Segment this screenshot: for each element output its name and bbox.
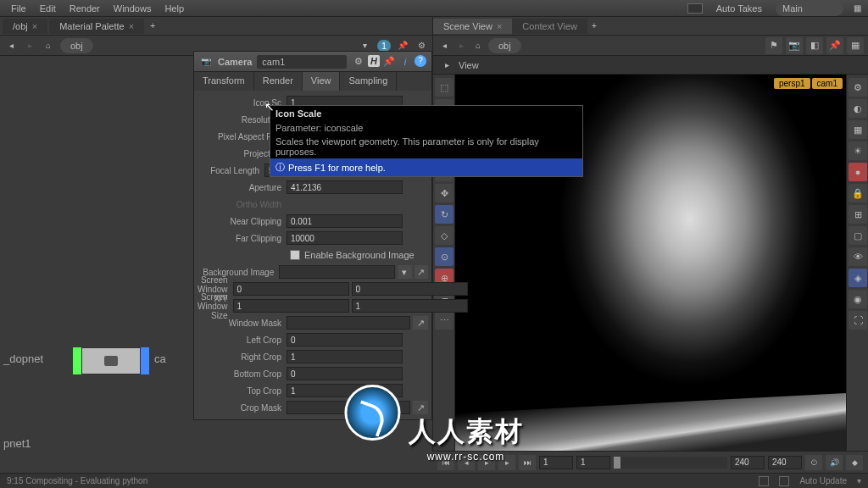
shading-icon[interactable]: ◐ bbox=[849, 99, 867, 118]
menu-help[interactable]: Help bbox=[158, 2, 191, 15]
scene-path-crumb[interactable]: obj bbox=[488, 38, 521, 53]
menu-windows[interactable]: Windows bbox=[107, 2, 159, 15]
input-left-crop[interactable] bbox=[287, 333, 403, 347]
flag-icon[interactable]: ⚑ bbox=[765, 37, 782, 54]
audio-icon[interactable]: 🔊 bbox=[826, 455, 843, 470]
info-icon[interactable]: i bbox=[398, 55, 412, 69]
grid-icon[interactable]: ⊞ bbox=[849, 205, 867, 224]
input-screen-w[interactable] bbox=[233, 299, 349, 313]
tab-sampling[interactable]: Sampling bbox=[340, 72, 397, 91]
next-frame-button[interactable]: ▸ bbox=[498, 455, 515, 470]
input-top-crop[interactable] bbox=[287, 384, 403, 397]
dropdown-icon[interactable]: ▾ bbox=[857, 476, 861, 485]
magnet-tool-icon[interactable]: ⊙ bbox=[435, 247, 453, 266]
display-options-icon[interactable]: ⚙ bbox=[849, 78, 867, 97]
close-icon[interactable]: × bbox=[497, 21, 502, 31]
range-start-field[interactable] bbox=[576, 456, 610, 469]
tab-render[interactable]: Render bbox=[254, 72, 303, 91]
auto-takes-checkbox[interactable] bbox=[687, 3, 703, 14]
take-selector[interactable]: Main bbox=[776, 1, 843, 16]
render-icon[interactable]: ● bbox=[849, 163, 867, 181]
close-icon[interactable]: × bbox=[32, 21, 37, 31]
sphere-icon[interactable]: ◉ bbox=[849, 290, 867, 308]
input-near-clip[interactable] bbox=[287, 214, 403, 228]
input-aperture[interactable] bbox=[287, 180, 403, 194]
input-screen-x[interactable] bbox=[233, 282, 349, 296]
gear-icon[interactable]: ⚙ bbox=[352, 55, 365, 69]
input-right-crop[interactable] bbox=[287, 350, 403, 363]
play-button[interactable]: ▸ bbox=[478, 455, 495, 470]
camera-lock-icon[interactable]: 🔒 bbox=[849, 184, 867, 202]
end-frame-field[interactable] bbox=[768, 456, 802, 469]
checkbox-2[interactable] bbox=[779, 476, 789, 486]
timeline-track[interactable] bbox=[614, 457, 727, 469]
tab-view[interactable]: View bbox=[303, 72, 341, 91]
pin-icon[interactable]: 📌 bbox=[826, 37, 843, 54]
input-screen-y[interactable] bbox=[352, 282, 468, 296]
cam-badge-persp[interactable]: persp1 bbox=[774, 78, 810, 89]
material-palette-tab[interactable]: Material Palette× bbox=[49, 19, 144, 34]
tooltip-title: Icon Scale bbox=[270, 106, 582, 121]
bg-icon[interactable]: ▢ bbox=[849, 226, 867, 245]
rotate-tool-icon[interactable]: ↻ bbox=[435, 205, 453, 224]
menu-file[interactable]: File bbox=[4, 2, 33, 15]
help-icon[interactable]: ? bbox=[415, 55, 426, 67]
layout-icon[interactable]: ▦ bbox=[847, 37, 864, 54]
last-frame-button[interactable]: ⏭ bbox=[519, 455, 536, 470]
triangle-icon[interactable]: ▸ bbox=[440, 58, 453, 72]
first-frame-button[interactable]: ⏮ bbox=[437, 455, 454, 470]
auto-update-label[interactable]: Auto Update bbox=[799, 476, 847, 485]
input-far-clip[interactable] bbox=[287, 231, 403, 245]
input-bottom-crop[interactable] bbox=[287, 367, 403, 380]
tab-scene-view[interactable]: Scene View× bbox=[433, 19, 512, 34]
input-crop-mask[interactable] bbox=[287, 401, 410, 414]
checkbox-enable-bg[interactable] bbox=[290, 250, 300, 260]
input-window-mask[interactable] bbox=[287, 316, 410, 330]
cube-icon[interactable]: ◧ bbox=[806, 37, 823, 54]
layout-icon[interactable]: ▦ bbox=[850, 2, 864, 15]
pin-icon[interactable]: 📌 bbox=[382, 55, 396, 69]
file-picker-icon[interactable]: ↗ bbox=[415, 265, 428, 279]
node-name-field[interactable]: cam1 bbox=[257, 55, 347, 69]
input-bg-image[interactable] bbox=[279, 265, 395, 279]
h-badge-icon[interactable]: H bbox=[368, 55, 380, 67]
realtime-icon[interactable]: ⏲ bbox=[805, 455, 822, 470]
key-icon[interactable]: ◆ bbox=[846, 455, 863, 470]
path-crumb-obj[interactable]: obj bbox=[60, 38, 93, 53]
node-camera[interactable] bbox=[73, 347, 149, 374]
op-picker-icon[interactable]: ↗ bbox=[413, 316, 428, 330]
start-frame-field[interactable] bbox=[539, 456, 573, 469]
tab-transform[interactable]: Transform bbox=[194, 72, 254, 91]
cam-badge-cam1[interactable]: cam1 bbox=[812, 78, 843, 89]
select-tool-icon[interactable]: ⬚ bbox=[435, 78, 453, 97]
menu-render[interactable]: Render bbox=[63, 2, 107, 15]
tab-context-view[interactable]: Context View bbox=[512, 19, 587, 34]
move-tool-icon[interactable]: ✥ bbox=[435, 184, 453, 202]
lighting-icon[interactable]: ☀ bbox=[849, 141, 867, 160]
checkbox-1[interactable] bbox=[759, 476, 769, 486]
wireframe-icon[interactable]: ▦ bbox=[849, 120, 867, 139]
add-tab-icon[interactable]: + bbox=[146, 19, 159, 33]
input-screen-h[interactable] bbox=[352, 299, 468, 313]
hierarchy-icon[interactable]: ⌂ bbox=[42, 39, 55, 53]
ghost-icon[interactable]: ◈ bbox=[849, 269, 867, 287]
more-tool-icon[interactable]: ⋯ bbox=[435, 311, 453, 330]
expand-icon[interactable]: ⛶ bbox=[849, 311, 867, 330]
playhead[interactable] bbox=[614, 457, 620, 469]
close-icon[interactable]: × bbox=[129, 21, 134, 31]
back-icon[interactable]: ◂ bbox=[4, 39, 18, 53]
add-tab-icon[interactable]: + bbox=[587, 19, 601, 33]
back-icon[interactable]: ◂ bbox=[437, 39, 451, 53]
forward-icon[interactable]: ▸ bbox=[23, 39, 36, 53]
scale-tool-icon[interactable]: ◇ bbox=[435, 226, 453, 245]
obj-tab[interactable]: /obj× bbox=[3, 19, 47, 34]
dropdown-icon[interactable]: ▾ bbox=[398, 265, 411, 279]
hierarchy-icon[interactable]: ⌂ bbox=[471, 39, 485, 53]
op-picker-icon[interactable]: ↗ bbox=[413, 401, 428, 414]
show-icon[interactable]: 👁 bbox=[849, 247, 867, 266]
forward-icon[interactable]: ▸ bbox=[454, 39, 468, 53]
prev-frame-button[interactable]: ◂ bbox=[458, 455, 475, 470]
range-end-field[interactable] bbox=[731, 456, 765, 469]
camera-icon[interactable]: 📷 bbox=[786, 37, 803, 54]
menu-edit[interactable]: Edit bbox=[33, 2, 63, 15]
